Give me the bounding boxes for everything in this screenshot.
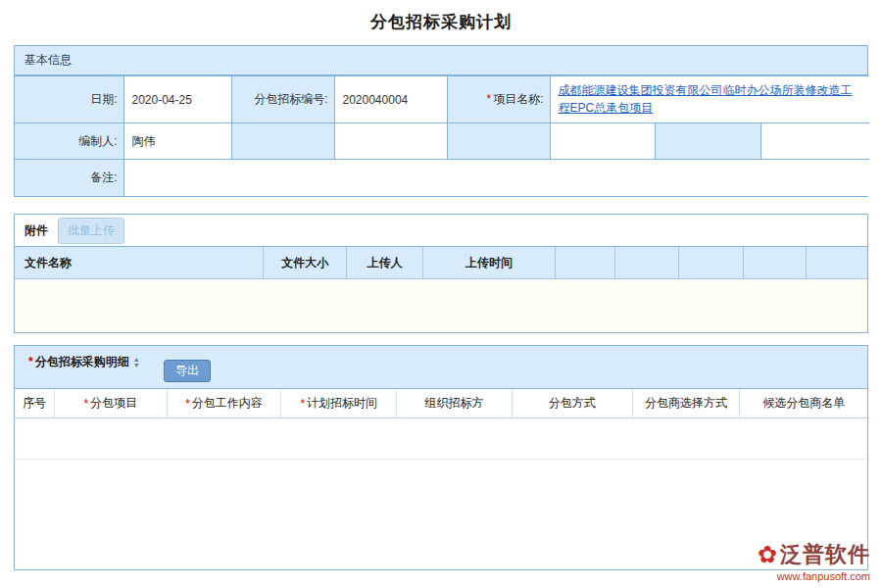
attachments-column-headers: 文件名称 文件大小 上传人 上传时间 bbox=[15, 246, 867, 279]
attach-col-file-size: 文件大小 bbox=[264, 247, 347, 278]
attach-col-empty-1 bbox=[556, 247, 615, 278]
brand-footer: ✿ 泛普软件 www.fanpusoft.com bbox=[758, 540, 870, 582]
details-title-text: 分包招标采购明细 bbox=[35, 355, 129, 368]
attach-col-empty-3 bbox=[679, 247, 744, 278]
basic-info-header: 基本信息 bbox=[15, 46, 867, 75]
export-button[interactable]: 导出 bbox=[164, 360, 211, 382]
sort-icon[interactable]: ▲▼ bbox=[133, 357, 140, 368]
brand-flower-icon: ✿ bbox=[758, 543, 777, 566]
required-asterisk: * bbox=[28, 355, 33, 368]
empty-value-cell-3 bbox=[760, 123, 869, 160]
remark-value bbox=[123, 160, 869, 196]
project-name-cell: 成都能源建设集团投资有限公司临时办公场所装修改造工程EPC总承包项目 bbox=[550, 76, 869, 123]
details-col-selection-method: 分包商选择方式 bbox=[633, 389, 741, 417]
date-value: 2020-04-25 bbox=[123, 76, 231, 123]
details-title: *分包招标采购明细▲▼ bbox=[28, 354, 140, 370]
brand-url-link[interactable]: www.fanpusoft.com bbox=[758, 570, 870, 582]
attach-col-empty-4 bbox=[744, 247, 807, 278]
bid-no-label: 分包招标编号: bbox=[231, 76, 334, 123]
page-title: 分包招标采购计划 bbox=[0, 0, 882, 33]
attach-col-file-name: 文件名称 bbox=[15, 247, 264, 278]
date-label: 日期: bbox=[15, 76, 123, 123]
project-name-label-text: 项目名称: bbox=[493, 92, 543, 106]
required-asterisk: * bbox=[300, 397, 305, 411]
attachments-title: 附件 bbox=[24, 222, 48, 239]
attachments-header-row: 附件 批量上传 bbox=[15, 215, 867, 246]
basic-info-panel: 基本信息 日期: 2020-04-25 分包招标编号: 2020040004 *… bbox=[14, 45, 868, 197]
details-col-seq: 序号 bbox=[15, 389, 55, 417]
empty-label-cell-1 bbox=[231, 123, 334, 160]
author-value: 陶伟 bbox=[123, 123, 231, 160]
attach-col-uploader: 上传人 bbox=[347, 247, 423, 278]
attachments-empty-body bbox=[15, 279, 867, 331]
empty-label-cell-2 bbox=[447, 123, 550, 160]
attachments-panel: 附件 批量上传 文件名称 文件大小 上传人 上传时间 bbox=[14, 214, 868, 333]
details-col-subproject: *分包项目 bbox=[55, 389, 168, 417]
empty-value-cell-2 bbox=[550, 123, 655, 160]
basic-info-table: 日期: 2020-04-25 分包招标编号: 2020040004 *项目名称:… bbox=[15, 75, 869, 196]
details-col-subcontract-method: 分包方式 bbox=[513, 389, 633, 417]
required-asterisk: * bbox=[83, 397, 88, 411]
details-col-organizer: 组织招标方 bbox=[397, 389, 513, 417]
details-col-work-content: *分包工作内容 bbox=[168, 389, 282, 417]
bid-no-value: 2020040004 bbox=[334, 76, 447, 123]
required-asterisk: * bbox=[486, 92, 491, 106]
attach-col-upload-time: 上传时间 bbox=[423, 247, 556, 278]
details-col-planned-bid-time: *计划招标时间 bbox=[281, 389, 397, 417]
details-col-candidate-list: 候选分包商名单 bbox=[740, 389, 867, 417]
details-panel: *分包招标采购明细▲▼ 导出 序号 *分包项目 *分包工作内容 *计划招标时间 … bbox=[14, 345, 868, 570]
batch-upload-button[interactable]: 批量上传 bbox=[58, 218, 124, 244]
attach-col-empty-5 bbox=[807, 247, 867, 278]
required-asterisk: * bbox=[185, 397, 190, 411]
details-empty-row bbox=[15, 418, 867, 460]
remark-label: 备注: bbox=[15, 160, 123, 196]
project-name-label: *项目名称: bbox=[447, 76, 550, 123]
details-header-band: *分包招标采购明细▲▼ 导出 bbox=[15, 346, 867, 389]
project-name-link[interactable]: 成都能源建设集团投资有限公司临时办公场所装修改造工程EPC总承包项目 bbox=[559, 83, 853, 114]
empty-label-cell-3 bbox=[655, 123, 760, 160]
empty-value-cell-1 bbox=[334, 123, 447, 160]
brand-name: 泛普软件 bbox=[780, 540, 870, 569]
sort-down-icon: ▼ bbox=[133, 363, 140, 368]
author-label: 编制人: bbox=[15, 123, 123, 160]
attach-col-empty-2 bbox=[615, 247, 680, 278]
details-column-headers: 序号 *分包项目 *分包工作内容 *计划招标时间 组织招标方 分包方式 分包商选… bbox=[15, 389, 867, 418]
